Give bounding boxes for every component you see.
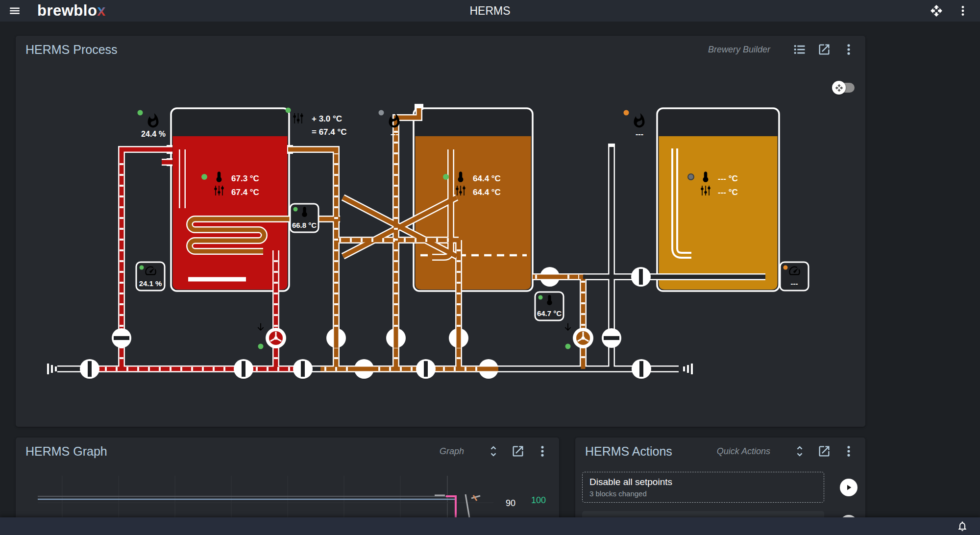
mt-pump-state-dot — [565, 344, 571, 349]
process-panel-header: HERMS Process Brewery Builder — [16, 36, 865, 63]
hlt-setpoint-sliders-icon — [214, 186, 223, 195]
action-label: Disable all setpoints — [589, 477, 817, 487]
valves-and-pumps — [80, 267, 651, 379]
hlt-heater-state-dot — [138, 110, 143, 116]
action-note: 3 blocks changed — [589, 489, 817, 498]
actions-unfold-icon[interactable] — [793, 444, 807, 458]
open-in-new-icon[interactable] — [817, 43, 831, 56]
hlt-pump-state-dot — [258, 344, 264, 349]
mt-state-dot — [443, 174, 449, 180]
actions-panel-title: HERMS Actions — [585, 444, 672, 459]
graph-y-axis-tick-left: 90 — [506, 498, 515, 508]
notifications-bell-icon[interactable] — [956, 520, 968, 532]
graph-panel-title: HERMS Graph — [25, 444, 107, 459]
process-panel-subtitle: Brewery Builder — [708, 45, 770, 55]
process-kebab-menu-icon[interactable] — [842, 43, 856, 56]
bk-temp-value: --- °C — [718, 174, 738, 183]
actions-panel-header: HERMS Actions Quick Actions — [575, 438, 865, 465]
mt-setpoint-value: 64.4 °C — [473, 188, 501, 197]
brewery-diagram: 24.4 % + 3.0 °C = 67.4 °C --- --- — [16, 36, 865, 427]
setpoint-driver-display[interactable]: + 3.0 °C = 67.4 °C — [286, 108, 347, 137]
hlt-pwm-state-dot — [140, 266, 144, 270]
app-window: brewblox HERMS HERMS Process Brewery Bui… — [0, 0, 980, 535]
bk-state-dot — [688, 174, 694, 180]
herms-process-panel: HERMS Process Brewery Builder — [16, 36, 865, 427]
hlt-pwm-value: 24.1 % — [139, 279, 162, 288]
graph-y-axis-tick-right: 100 — [531, 495, 546, 505]
logo-text: brewblo — [37, 2, 97, 20]
logo-x: x — [97, 2, 106, 20]
bk-heater-display[interactable]: --- — [624, 110, 645, 139]
app-top-bar: brewblox HERMS — [0, 0, 980, 22]
mt-pump-power-arrow-icon[interactable] — [565, 323, 571, 331]
mt-out-temp-value: 64.7 °C — [537, 309, 562, 317]
outlet-glyph — [683, 364, 693, 374]
mt-heater-state-dot — [379, 110, 384, 116]
bottom-status-bar — [0, 517, 980, 535]
play-icon — [844, 483, 853, 492]
hlt-pump[interactable] — [266, 328, 286, 348]
mt-kettle[interactable] — [414, 108, 533, 291]
mt-heater-pwm-value: --- — [391, 130, 398, 138]
actions-kebab-menu-icon[interactable] — [842, 444, 856, 458]
graph-open-in-new-icon[interactable] — [511, 444, 525, 458]
bk-setpoint-sliders-icon — [701, 186, 710, 195]
mt-temp-value: 64.4 °C — [473, 174, 501, 183]
hlt-pump-power-arrow-icon[interactable] — [258, 323, 264, 331]
hlt-temp-value: 67.3 °C — [231, 174, 259, 183]
move-dashboard-icon[interactable] — [930, 4, 943, 17]
graph-panel-header: HERMS Graph Graph — [16, 438, 559, 465]
driver-offset-value: + 3.0 °C — [312, 114, 342, 123]
driver-state-dot — [286, 108, 291, 113]
action-item-disable-setpoints[interactable]: Disable all setpoints 3 blocks changed — [582, 472, 824, 503]
bk-pwm-state-dot — [784, 266, 788, 270]
move-icon — [835, 84, 843, 92]
hex-temp-value: 66.8 °C — [292, 221, 317, 229]
bk-heater-state-dot — [624, 110, 629, 116]
mt-setpoint-sliders-icon — [456, 186, 465, 195]
bk-heater-pwm-value: --- — [636, 130, 643, 138]
hlt-heater-display[interactable]: 24.4 % — [138, 110, 166, 139]
hamburger-menu-button[interactable] — [7, 3, 23, 19]
bk-pwm-display[interactable]: --- — [780, 262, 808, 291]
actions-panel-subtitle: Quick Actions — [717, 446, 770, 457]
hex-state-dot — [294, 207, 298, 212]
hlt-state-dot — [201, 174, 207, 180]
hex-temp-sensor[interactable]: 66.8 °C — [290, 204, 318, 232]
page-title: HERMS — [0, 4, 980, 18]
mt-pump[interactable] — [573, 328, 593, 348]
bk-heater-flame-icon — [634, 113, 645, 127]
driver-result-value: = 67.4 °C — [312, 127, 347, 137]
bk-pwm-value: --- — [791, 279, 798, 288]
mt-out-state-dot — [539, 295, 543, 300]
brewblox-logo[interactable]: brewblox — [37, 2, 106, 20]
move-mode-toggle[interactable] — [832, 81, 856, 95]
block-list-icon[interactable] — [793, 43, 807, 56]
run-action-button[interactable] — [840, 479, 858, 496]
driver-sliders-icon — [293, 113, 303, 123]
inlet-glyph — [47, 364, 57, 374]
mt-out-temp-sensor[interactable]: 64.7 °C — [535, 292, 564, 320]
hlt-pwm-display[interactable]: 24.1 % — [136, 262, 165, 291]
hlt-kettle[interactable] — [171, 108, 289, 291]
bk-setpoint-value: --- °C — [718, 188, 738, 197]
graph-unfold-icon[interactable] — [487, 444, 500, 458]
hlt-heater-flame-icon — [148, 113, 159, 127]
graph-kebab-menu-icon[interactable] — [536, 444, 549, 458]
toggle-thumb — [832, 81, 846, 95]
hlt-setpoint-value: 67.4 °C — [231, 188, 259, 197]
actions-open-in-new-icon[interactable] — [817, 444, 831, 458]
graph-panel-subtitle: Graph — [440, 446, 464, 457]
topbar-kebab-menu-icon[interactable] — [956, 4, 969, 17]
process-panel-title: HERMS Process — [25, 43, 118, 57]
hlt-heater-pwm-value: 24.4 % — [141, 130, 166, 138]
